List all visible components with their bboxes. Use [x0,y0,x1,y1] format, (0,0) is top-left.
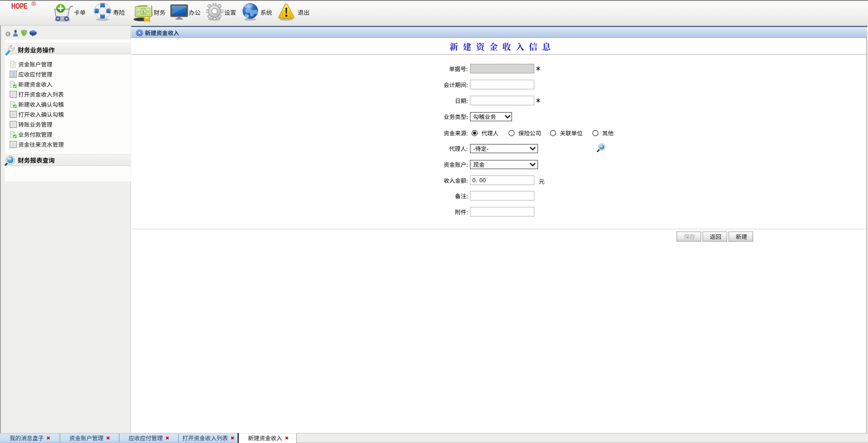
svg-text:$: $ [142,9,145,15]
